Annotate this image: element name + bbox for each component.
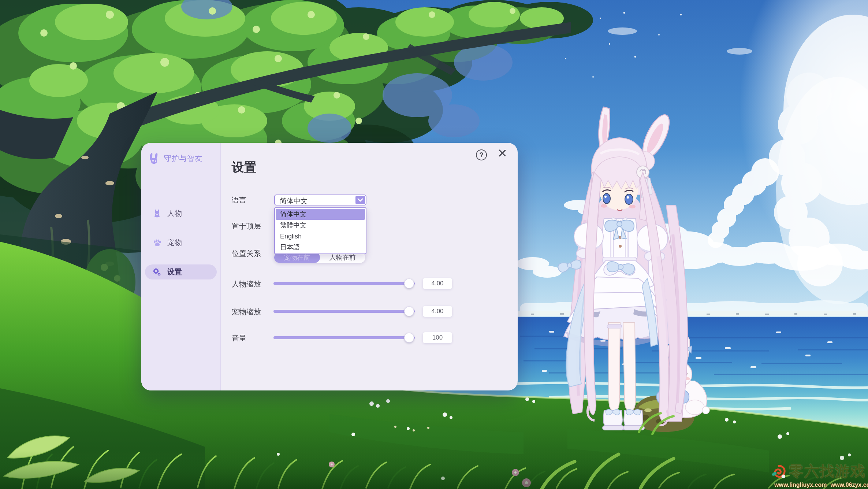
pet-scale-slider[interactable] [273, 310, 415, 313]
watermark-url-left: www.lingliuyx.com [774, 482, 827, 488]
volume-value[interactable]: 100 [423, 332, 452, 343]
volume-slider[interactable] [273, 336, 415, 339]
close-icon: ✕ [497, 147, 507, 160]
desktop: 零六找游戏 www.lingliuyx.com www.06zyx.com 守护… [0, 0, 868, 489]
character-scale-slider[interactable] [273, 282, 415, 285]
dress-icon [152, 209, 162, 218]
watermark: 零六找游戏 www.lingliuyx.com www.06zyx.com [771, 461, 866, 488]
slider-handle[interactable] [404, 333, 414, 343]
settings-panel: ? ✕ 设置 语言 简体中文 置于顶层 位置关系 宠物在前 人物在前 简体中文 … [221, 143, 518, 390]
sidebar-item-label: 人物 [167, 208, 182, 218]
language-option[interactable]: 日本語 [276, 242, 365, 253]
character-scale-label: 人物缩放 [232, 279, 261, 289]
sidebar-nav: 人物 宠物 [141, 206, 220, 294]
help-icon: ? [480, 151, 484, 159]
language-option[interactable]: 繁體中文 [276, 220, 365, 231]
watermark-url-right: www.06zyx.com [830, 482, 868, 488]
bunny-ears-icon [148, 152, 161, 165]
sidebar-item-character[interactable]: 人物 [145, 206, 217, 221]
app-logo: 守护与智友 [148, 152, 202, 165]
always-on-top-label: 置于顶层 [232, 221, 261, 231]
language-select[interactable]: 简体中文 [274, 195, 366, 205]
language-option[interactable]: 简体中文 [276, 209, 365, 220]
sidebar-item-label: 宠物 [167, 238, 182, 248]
sidebar-item-label: 设置 [167, 267, 182, 277]
volume-label: 音量 [232, 333, 246, 343]
paw-icon [152, 238, 162, 248]
language-label: 语言 [232, 195, 246, 205]
chevron-down-icon[interactable] [355, 196, 365, 204]
app-title: 守护与智友 [164, 153, 202, 163]
language-dropdown-list: 简体中文 繁體中文 English 日本語 [274, 207, 366, 254]
slider-handle[interactable] [404, 279, 414, 289]
gear-icon [152, 267, 162, 277]
help-button[interactable]: ? [476, 149, 487, 160]
slider-handle[interactable] [404, 307, 414, 316]
pet-scale-value[interactable]: 4.00 [423, 306, 452, 317]
page-title: 设置 [232, 159, 257, 176]
settings-dialog: 守护与智友 人物 宠物 [141, 143, 518, 390]
watermark-title: 零六找游戏 [789, 461, 866, 481]
sidebar: 守护与智友 人物 宠物 [141, 143, 221, 390]
position-label: 位置关系 [232, 249, 261, 259]
pet-scale-label: 宠物缩放 [232, 307, 261, 317]
close-button[interactable]: ✕ [497, 147, 507, 159]
watermark-swirl-logo [771, 462, 787, 481]
sidebar-item-pet[interactable]: 宠物 [145, 235, 217, 250]
character-scale-value[interactable]: 4.00 [423, 278, 452, 289]
language-select-value: 简体中文 [280, 196, 308, 206]
language-option[interactable]: English [276, 231, 365, 242]
sidebar-item-settings[interactable]: 设置 [145, 264, 217, 279]
